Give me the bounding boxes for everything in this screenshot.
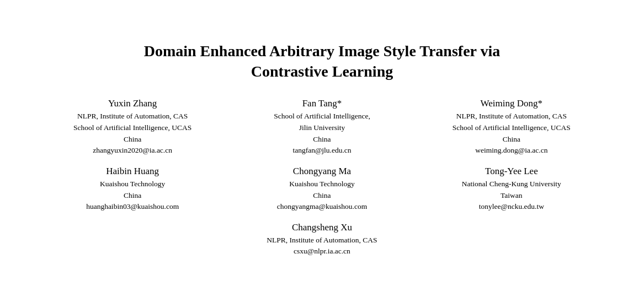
author-email: tonylee@ncku.edu.tw xyxy=(479,202,544,211)
author-affiliation: NLPR, Institute of Automation, CAS xyxy=(456,111,567,122)
author-name: Fan Tang* xyxy=(302,98,342,109)
author-name: Weiming Dong* xyxy=(481,98,542,109)
author-affiliation: Kuaishou Technology xyxy=(100,179,165,190)
author-affiliation: School of Artificial Intelligence, UCAS xyxy=(73,123,191,133)
author-affiliation: NLPR, Institute of Automation, CAS xyxy=(77,111,188,122)
author-block: Fan Tang*School of Artificial Intelligen… xyxy=(230,98,414,155)
author-email: zhangyuxin2020@ia.ac.cn xyxy=(93,146,172,155)
author-affiliation: China xyxy=(124,134,141,145)
author-email: huanghaibin03@kuaishou.com xyxy=(86,202,179,211)
title-section: Domain Enhanced Arbitrary Image Style Tr… xyxy=(41,41,604,82)
author-affiliation: China xyxy=(313,191,331,201)
authors-container: Yuxin ZhangNLPR, Institute of Automation… xyxy=(41,98,604,255)
author-block: Weiming Dong*NLPR, Institute of Automati… xyxy=(419,98,603,155)
author-affiliation: China xyxy=(124,191,141,201)
author-affiliation: School of Artificial Intelligence, xyxy=(274,111,370,122)
page-container: Domain Enhanced Arbitrary Image Style Tr… xyxy=(19,30,626,266)
author-affiliation: Jilin University xyxy=(299,123,345,133)
author-block: Yuxin ZhangNLPR, Institute of Automation… xyxy=(41,98,225,155)
author-affiliation: NLPR, Institute of Automation, CAS xyxy=(267,235,377,246)
author-block: Haibin HuangKuaishou TechnologyChinahuan… xyxy=(41,166,225,211)
author-affiliation: China xyxy=(313,134,331,145)
author-affiliation: National Cheng-Kung University xyxy=(462,179,561,190)
paper-title: Domain Enhanced Arbitrary Image Style Tr… xyxy=(41,41,604,82)
author-email: chongyangma@kuaishou.com xyxy=(277,202,368,211)
author-name: Haibin Huang xyxy=(106,166,159,177)
author-name: Tong-Yee Lee xyxy=(485,166,538,177)
author-email: csxu@nlpr.ia.ac.cn xyxy=(294,247,350,256)
author-affiliation: School of Artificial Intelligence, UCAS xyxy=(453,123,571,133)
author-block: Changsheng XuNLPR, Institute of Automati… xyxy=(228,222,416,256)
author-name: Chongyang Ma xyxy=(293,166,351,177)
author-block: Chongyang MaKuaishou TechnologyChinachon… xyxy=(230,166,414,211)
author-email: tangfan@jlu.edu.cn xyxy=(292,146,351,155)
author-affiliation: Kuaishou Technology xyxy=(289,179,354,190)
author-email: weiming.dong@ia.ac.cn xyxy=(475,146,547,155)
author-affiliation: Taiwan xyxy=(501,191,523,201)
author-name: Changsheng Xu xyxy=(292,222,352,233)
author-name: Yuxin Zhang xyxy=(108,98,157,109)
author-affiliation: China xyxy=(503,134,520,145)
author-block: Tong-Yee LeeNational Cheng-Kung Universi… xyxy=(419,166,603,211)
